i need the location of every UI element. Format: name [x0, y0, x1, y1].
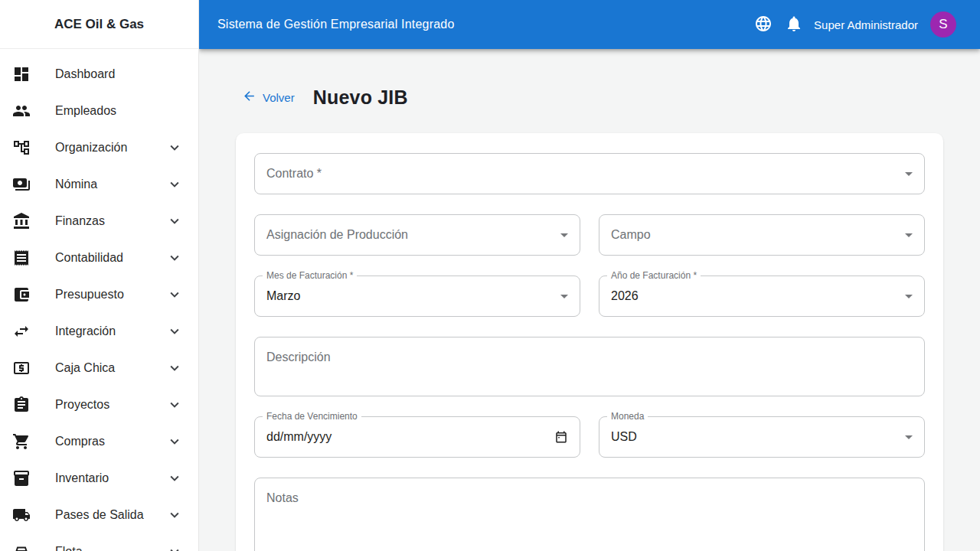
appbar-title: Sistema de Gestión Empresarial Integrado [217, 18, 454, 31]
truck-icon [12, 506, 31, 524]
sidebar-item-empleados[interactable]: Empleados [0, 93, 198, 129]
campo-placeholder: Campo [611, 228, 651, 242]
dropdown-arrow-icon [905, 435, 913, 439]
dropdown-arrow-icon [560, 233, 568, 237]
shopping-cart-icon [12, 432, 31, 451]
dashboard-icon [12, 65, 31, 83]
avatar[interactable]: S [930, 11, 956, 37]
sidebar-item-nomina[interactable]: Nómina [0, 166, 198, 203]
sidebar-item-label: Pases de Salida [55, 508, 144, 522]
arrow-back-icon [242, 89, 263, 106]
sidebar-item-inventario[interactable]: Inventario [0, 460, 198, 497]
chevron-down-icon [166, 543, 183, 551]
mes-facturacion-select[interactable]: Mes de Facturación * Marzo [254, 276, 580, 317]
org-tree-icon [12, 139, 31, 157]
fecha-vencimiento-label: Fecha de Vencimiento [263, 411, 361, 422]
inventory-box-icon [12, 469, 31, 487]
cash-box-icon [12, 359, 31, 377]
notas-placeholder: Notas [266, 491, 299, 505]
sidebar-item-contabilidad[interactable]: Contabilidad [0, 240, 198, 276]
sidebar-item-label: Finanzas [55, 214, 105, 228]
chevron-down-icon [166, 470, 183, 487]
chevron-down-icon [166, 433, 183, 450]
sidebar-item-label: Empleados [55, 104, 116, 118]
chevron-down-icon [166, 176, 183, 193]
sidebar-item-compras[interactable]: Compras [0, 423, 198, 460]
chevron-down-icon [166, 507, 183, 523]
sidebar-item-finanzas[interactable]: Finanzas [0, 203, 198, 240]
sidebar-item-pases-de-salida[interactable]: Pases de Salida [0, 497, 198, 533]
swap-arrows-icon [12, 322, 31, 341]
sidebar-item-label: Caja Chica [55, 361, 115, 375]
sidebar-item-label: Flota [55, 545, 83, 551]
sidebar-item-label: Nómina [55, 178, 97, 191]
sidebar-item-label: Dashboard [55, 67, 115, 81]
sidebar-item-flota[interactable]: Flota [0, 533, 198, 551]
chevron-down-icon [166, 139, 183, 156]
sidebar-item-label: Proyectos [55, 398, 109, 412]
sidebar: ACE Oil & Gas Dashboard Empleados Organi… [0, 0, 199, 551]
bell-icon [785, 15, 803, 35]
moneda-value: USD [611, 430, 637, 444]
user-name: Super Administrador [814, 18, 918, 31]
moneda-label: Moneda [607, 411, 648, 422]
anio-facturacion-select[interactable]: Año de Facturación * 2026 [599, 276, 925, 317]
asignacion-placeholder: Asignación de Producción [266, 228, 408, 242]
chevron-down-icon [166, 396, 183, 413]
campo-select[interactable]: Campo [599, 214, 925, 256]
car-icon [12, 543, 31, 551]
sidebar-item-caja-chica[interactable]: Caja Chica [0, 350, 198, 386]
contrato-placeholder: Contrato * [266, 167, 322, 181]
appbar-actions: Super Administrador S [748, 9, 956, 40]
bank-icon [12, 212, 31, 230]
dropdown-arrow-icon [905, 233, 913, 237]
anio-facturacion-label: Año de Facturación * [607, 270, 701, 282]
page-toolbar: Volver Nuevo JIB [236, 83, 943, 112]
moneda-select[interactable]: Moneda USD [599, 416, 925, 458]
sidebar-item-organizacion[interactable]: Organización [0, 129, 198, 166]
chevron-down-icon [166, 213, 183, 230]
sidebar-item-label: Presupuesto [55, 288, 124, 302]
descripcion-textarea[interactable]: Descripción [254, 337, 925, 396]
anio-facturacion-value: 2026 [611, 289, 639, 303]
dropdown-arrow-icon [905, 295, 913, 298]
calendar-icon[interactable] [554, 430, 568, 444]
chevron-down-icon [166, 286, 183, 303]
appbar: Sistema de Gestión Empresarial Integrado… [199, 0, 980, 49]
dropdown-arrow-icon [905, 172, 913, 176]
dropdown-arrow-icon [560, 295, 568, 298]
notifications-button[interactable] [779, 9, 809, 40]
chevron-down-icon [166, 360, 183, 377]
clipboard-icon [12, 396, 31, 414]
brand-title: ACE Oil & Gas [0, 0, 198, 49]
main-content: Volver Nuevo JIB Contrato * Asignación d… [199, 49, 980, 551]
globe-icon [754, 15, 773, 35]
people-icon [12, 102, 31, 120]
sidebar-item-integracion[interactable]: Integración [0, 313, 198, 350]
wallet-icon [12, 285, 31, 304]
back-link[interactable]: Volver [242, 89, 295, 106]
page-title: Nuevo JIB [313, 86, 408, 109]
mes-facturacion-value: Marzo [266, 289, 300, 303]
notas-textarea[interactable]: Notas [254, 478, 925, 551]
fecha-vencimiento-input[interactable]: Fecha de Vencimiento dd/mm/yyyy [254, 416, 580, 458]
sidebar-item-label: Integración [55, 324, 116, 338]
sidebar-nav: Dashboard Empleados Organización Nómina … [0, 49, 198, 551]
payments-icon [12, 175, 31, 194]
asignacion-produccion-select[interactable]: Asignación de Producción [254, 214, 580, 256]
fecha-vencimiento-value: dd/mm/yyyy [266, 430, 332, 444]
chevron-down-icon [166, 323, 183, 340]
language-button[interactable] [748, 9, 779, 40]
sidebar-item-presupuesto[interactable]: Presupuesto [0, 276, 198, 313]
sidebar-item-label: Inventario [55, 471, 109, 485]
sidebar-item-dashboard[interactable]: Dashboard [0, 56, 198, 93]
mes-facturacion-label: Mes de Facturación * [263, 270, 357, 282]
chevron-down-icon [166, 249, 183, 266]
contrato-select[interactable]: Contrato * [254, 153, 925, 194]
sidebar-item-label: Contabilidad [55, 251, 123, 265]
form-card: Contrato * Asignación de Producción Camp… [236, 133, 943, 551]
sidebar-item-label: Organización [55, 141, 127, 155]
sidebar-item-label: Compras [55, 435, 105, 448]
sidebar-item-proyectos[interactable]: Proyectos [0, 386, 198, 423]
back-label: Volver [263, 91, 295, 104]
